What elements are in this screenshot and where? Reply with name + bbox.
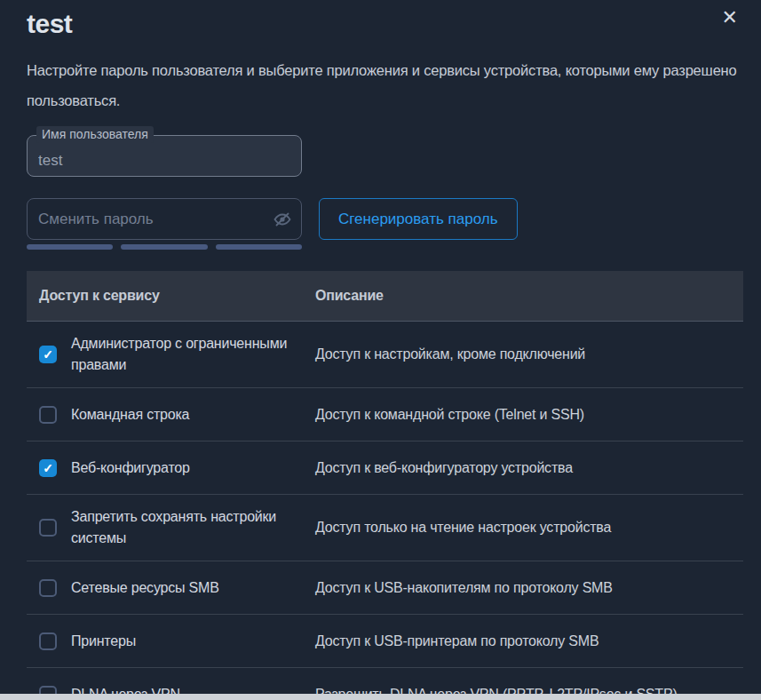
table-header-row: Доступ к сервису Описание bbox=[27, 271, 743, 322]
service-checkbox[interactable]: ✓ bbox=[39, 459, 57, 477]
eye-off-icon[interactable] bbox=[272, 209, 293, 230]
service-cell: Командная строка bbox=[27, 393, 315, 437]
strength-bar bbox=[121, 244, 207, 250]
page-title: test bbox=[27, 9, 743, 39]
password-field-wrap bbox=[27, 198, 302, 240]
service-checkbox[interactable]: ✓ bbox=[39, 346, 57, 363]
service-name: Принтеры bbox=[71, 631, 136, 652]
service-name: Сетевые ресурсы SMB bbox=[71, 577, 219, 599]
service-cell: Сетевые ресурсы SMB bbox=[27, 566, 315, 610]
service-cell: ✓ Администратор с ограниченными правами bbox=[27, 322, 315, 387]
service-description: Доступ к USB-накопителям по протоколу SM… bbox=[315, 577, 743, 599]
close-icon[interactable]: ✕ bbox=[718, 4, 741, 31]
table-row: ✓ Администратор с ограниченными правами … bbox=[27, 322, 743, 388]
user-settings-dialog: test ✕ Настройте пароль пользователя и в… bbox=[0, 0, 761, 700]
access-table-body: ✓ Администратор с ограниченными правами … bbox=[27, 322, 743, 700]
service-name: Веб-конфигуратор bbox=[71, 457, 190, 479]
strength-bar bbox=[216, 244, 302, 250]
generate-password-button[interactable]: Сгенерировать пароль bbox=[319, 198, 518, 240]
column-header-service: Доступ к сервису bbox=[27, 288, 315, 304]
service-description: Доступ к USB-принтерам по протоколу SMB bbox=[315, 631, 743, 652]
check-icon: ✓ bbox=[43, 348, 53, 361]
username-field-wrap: Имя пользователя bbox=[27, 135, 302, 177]
service-cell: Принтеры bbox=[27, 619, 315, 664]
service-access-table: Доступ к сервису Описание ✓ Администрато… bbox=[27, 271, 743, 700]
service-checkbox[interactable] bbox=[39, 519, 57, 537]
page-background-edge bbox=[0, 694, 761, 700]
table-row: Командная строка Доступ к командной стро… bbox=[27, 388, 743, 441]
password-input[interactable] bbox=[27, 198, 302, 240]
table-row: Сетевые ресурсы SMB Доступ к USB-накопит… bbox=[27, 561, 743, 615]
password-strength-indicator bbox=[27, 244, 302, 250]
table-row: ✓ Веб-конфигуратор Доступ к веб-конфигур… bbox=[27, 441, 743, 495]
service-cell: Запретить сохранять настройки системы bbox=[27, 495, 315, 561]
service-name: Администратор с ограниченными правами bbox=[71, 333, 293, 376]
service-description: Доступ только на чтение настроек устройс… bbox=[315, 517, 743, 538]
column-header-description: Описание bbox=[315, 288, 743, 304]
service-checkbox[interactable] bbox=[39, 406, 57, 424]
table-row: Принтеры Доступ к USB-принтерам по прото… bbox=[27, 615, 743, 668]
check-icon: ✓ bbox=[43, 462, 53, 474]
dialog-description: Настройте пароль пользователя и выберите… bbox=[27, 55, 737, 115]
service-checkbox[interactable] bbox=[39, 579, 57, 597]
table-row: Запретить сохранять настройки системы До… bbox=[27, 495, 743, 561]
service-description: Доступ к веб-конфигуратору устройства bbox=[315, 457, 743, 479]
username-field-label: Имя пользователя bbox=[36, 126, 154, 143]
strength-bar bbox=[27, 244, 113, 250]
password-row: Сгенерировать пароль bbox=[27, 198, 743, 240]
service-checkbox[interactable] bbox=[39, 632, 57, 650]
service-name: Командная строка bbox=[71, 404, 189, 426]
service-description: Доступ к настройкам, кроме подключений bbox=[315, 344, 743, 365]
service-cell: ✓ Веб-конфигуратор bbox=[27, 446, 315, 490]
service-description: Доступ к командной строке (Telnet и SSH) bbox=[315, 404, 743, 426]
service-name: Запретить сохранять настройки системы bbox=[71, 506, 293, 549]
